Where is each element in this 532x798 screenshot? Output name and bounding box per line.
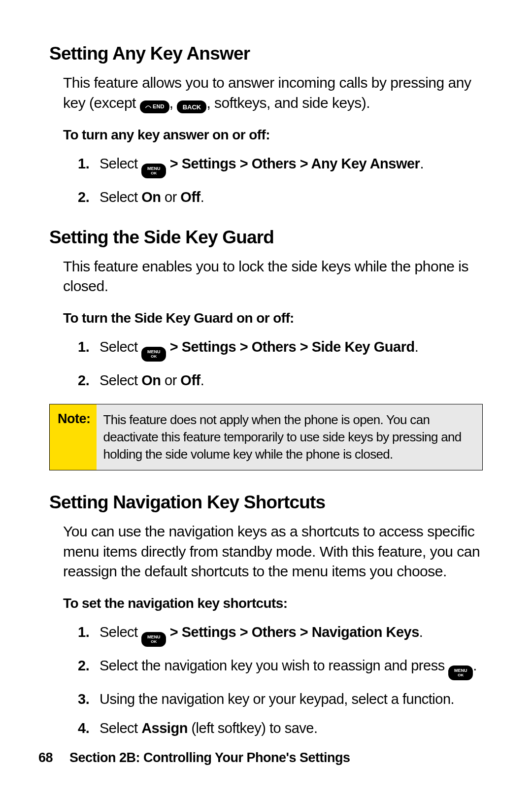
menu-bot: OK (151, 171, 157, 175)
text-fragment: Select (100, 372, 141, 388)
menu-top: MENU (147, 350, 161, 354)
text-fragment: . (200, 189, 204, 205)
option-on: On (141, 372, 161, 388)
text-fragment: (left softkey) to save. (188, 720, 318, 736)
text-fragment: Select (100, 339, 141, 355)
step-item: Select MENUOK > Settings > Others > Side… (78, 337, 483, 362)
option-on: On (141, 189, 161, 205)
note-box: Note: This feature does not apply when t… (49, 404, 483, 470)
end-key-label: END (153, 104, 164, 109)
text-fragment: Select (100, 624, 141, 640)
heading-nav-shortcuts: Setting Navigation Key Shortcuts (49, 492, 483, 513)
step-item: Select the navigation key you wish to re… (78, 656, 483, 680)
subheading-nav-shortcuts: To set the navigation key shortcuts: (63, 596, 483, 611)
text-fragment: . (473, 658, 477, 673)
text-fragment: . (200, 372, 204, 388)
back-key-icon: BACK (177, 100, 206, 113)
menu-bot: OK (151, 639, 157, 644)
step-item: Select On or Off. (78, 187, 483, 207)
steps-any-key: Select MENUOK > Settings > Others > Any … (78, 154, 483, 207)
menu-path: > Settings > Others > Navigation Keys (166, 624, 419, 640)
menu-top: MENU (147, 635, 161, 639)
menu-bot: OK (151, 354, 157, 359)
heading-side-key-guard: Setting the Side Key Guard (49, 227, 483, 248)
menu-bot: OK (458, 673, 464, 677)
subheading-side-key-onoff: To turn the Side Key Guard on or off: (63, 310, 483, 326)
text-fragment: Select (100, 720, 141, 736)
menu-top: MENU (454, 668, 467, 673)
text-fragment: . (420, 156, 424, 171)
step-item: Select MENUOK > Settings > Others > Navi… (78, 622, 483, 647)
text-fragment: Select the navigation key you wish to re… (100, 658, 448, 673)
option-off: Off (180, 189, 200, 205)
heading-any-key-answer: Setting Any Key Answer (49, 43, 483, 64)
text-fragment: Select (100, 189, 141, 205)
step-item: Select On or Off. (78, 370, 483, 391)
page-number: 68 (38, 750, 53, 765)
text-fragment: . (419, 624, 423, 640)
menu-path: > Settings > Others > Any Key Answer (166, 156, 420, 171)
text-fragment: . (415, 339, 419, 355)
note-text: This feature does not apply when the pho… (97, 404, 483, 470)
softkey-assign: Assign (141, 720, 188, 736)
text-fragment: , (169, 95, 177, 111)
menu-key-icon: MENUOK (448, 665, 473, 680)
subheading-any-key-onoff: To turn any key answer on or off: (63, 127, 483, 143)
step-item: Using the navigation key or your keypad,… (78, 689, 483, 709)
menu-key-icon: MENUOK (141, 347, 166, 362)
steps-side-key: Select MENUOK > Settings > Others > Side… (78, 337, 483, 391)
end-key-icon: END (140, 100, 169, 113)
intro-nav-shortcuts: You can use the navigation keys as a sho… (63, 522, 483, 582)
menu-key-icon: MENUOK (141, 164, 166, 178)
option-off: Off (180, 372, 200, 388)
text-fragment: , softkeys, and side keys). (206, 95, 370, 111)
intro-any-key-answer: This feature allows you to answer incomi… (63, 73, 483, 113)
steps-nav-shortcuts: Select MENUOK > Settings > Others > Navi… (78, 622, 483, 738)
menu-key-icon: MENUOK (141, 632, 166, 647)
note-label: Note: (50, 404, 97, 470)
step-item: Select Assign (left softkey) to save. (78, 718, 483, 738)
text-fragment: or (161, 189, 180, 205)
intro-side-key-guard: This feature enables you to lock the sid… (63, 257, 483, 297)
menu-path: > Settings > Others > Side Key Guard (166, 339, 414, 355)
manual-page: Setting Any Key Answer This feature allo… (0, 0, 532, 798)
page-footer: 68Section 2B: Controlling Your Phone's S… (38, 750, 350, 765)
step-item: Select MENUOK > Settings > Others > Any … (78, 154, 483, 178)
section-title: Section 2B: Controlling Your Phone's Set… (69, 750, 350, 765)
menu-top: MENU (147, 166, 161, 171)
text-fragment: or (161, 372, 180, 388)
text-fragment: Select (100, 156, 141, 171)
